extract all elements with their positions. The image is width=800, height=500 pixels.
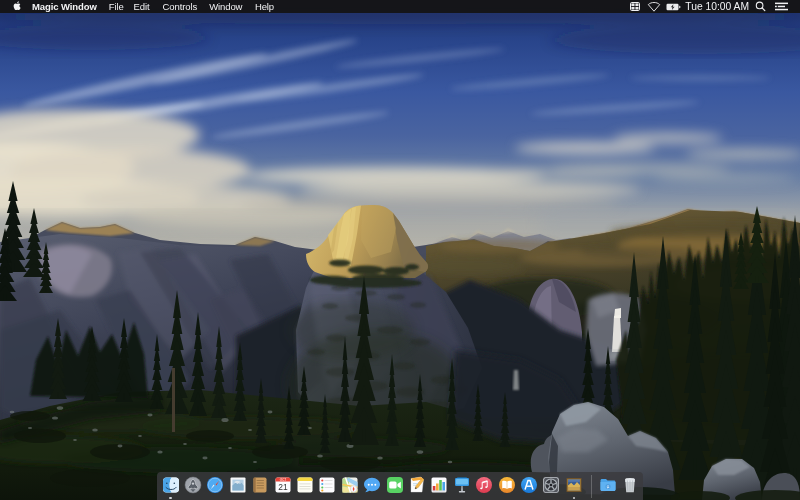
svg-text:OCT: OCT	[279, 478, 286, 482]
svg-text:21: 21	[278, 482, 288, 492]
